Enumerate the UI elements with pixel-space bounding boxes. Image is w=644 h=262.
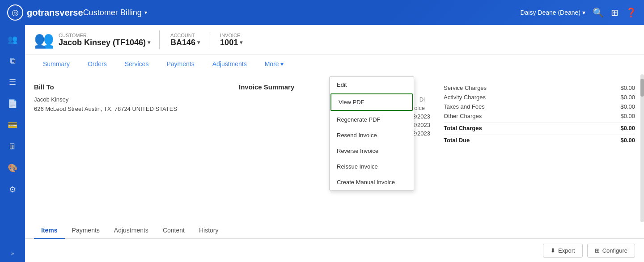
taxes-fees-value: $0.00 [620,103,635,110]
export-label: Export [558,247,575,254]
invoice-breadcrumb: INVOICE 1001 ▾ [209,33,251,47]
activity-charges-label: Activity Charges [444,94,486,101]
bill-to-heading: Bill To [34,83,225,91]
main-content: 👥 CUSTOMER Jacob Kinsey (TF1046) ▾ ACCOU… [25,25,644,262]
charges-section: Service Charges $0.00 Activity Charges $… [444,83,635,213]
total-due-value: $0.00 [620,137,635,144]
account-label: ACCOUNT [170,33,200,38]
export-button[interactable]: ⬇ Export [543,244,583,258]
top-navigation: ◎ gotransverse Customer Billing ▾ Daisy … [0,0,644,25]
sidebar-item-customers[interactable]: 👥 [4,30,21,48]
user-dropdown-arrow: ▾ [582,9,585,16]
sidebar-item-calculator[interactable]: 🖩 [4,138,21,156]
sidebar: 👥 ⧉ ☰ 📄 💳 🖩 🎨 ⚙ » [0,25,25,262]
customer-value[interactable]: Jacob Kinsey (TF1046) ▾ [59,38,150,47]
dropdown-item-regenerate-pdf[interactable]: Regenerate PDF [330,112,414,127]
sidebar-item-billing[interactable]: ☰ [4,73,21,91]
tab-summary[interactable]: Summary [34,55,79,74]
export-icon: ⬇ [551,247,555,254]
tab-adjustments[interactable]: Adjustments [203,55,256,74]
other-charges-label: Other Charges [444,113,482,119]
bill-to-section: Bill To Jacob Kinsey 626 McLeod Street A… [34,83,225,213]
inner-tab-content[interactable]: Content [156,222,192,239]
customer-label: CUSTOMER [59,33,150,38]
account-breadcrumb: ACCOUNT BA146 ▾ [160,33,209,47]
inner-tab-history[interactable]: History [192,222,226,239]
tab-services[interactable]: Services [116,55,158,74]
sidebar-item-documents[interactable]: 📄 [4,95,21,113]
sidebar-item-analytics[interactable]: 🎨 [4,159,21,177]
service-charges-label: Service Charges [444,85,487,91]
service-charges-value: $0.00 [620,85,635,91]
tab-payments[interactable]: Payments [157,55,203,74]
nav-title[interactable]: Customer Billing ▾ [83,8,147,17]
bill-to-address: 626 McLeod Street Austin, TX, 78724 UNIT… [34,105,225,114]
sidebar-item-orders[interactable]: ⧉ [4,52,21,70]
logo-area: ◎ gotransverse [7,4,83,21]
service-charges-row: Service Charges $0.00 [444,83,635,93]
activity-charges-row: Activity Charges $0.00 [444,93,635,102]
total-charges-value: $0.00 [620,125,635,131]
account-value[interactable]: BA146 ▾ [170,38,200,47]
user-label-text: Daisy Deane (Deane) [520,9,580,16]
inner-tab-payments[interactable]: Payments [65,222,107,239]
dropdown-item-view-pdf[interactable]: View PDF [330,93,413,111]
user-menu[interactable]: Daisy Deane (Deane) ▾ [520,9,585,16]
account-dropdown-arrow: ▾ [197,39,200,46]
inner-tab-navigation: Items Payments Adjustments Content Histo… [25,222,644,239]
invoice-value[interactable]: 1001 ▾ [220,38,242,47]
taxes-fees-row: Taxes and Fees $0.00 [444,102,635,111]
dropdown-item-edit[interactable]: Edit [330,77,414,93]
customer-name: Jacob Kinsey (TF1046) [59,38,146,47]
sidebar-expand-button[interactable]: » [11,250,14,257]
account-number: BA146 [170,38,195,47]
customer-icon: 👥 [34,30,54,49]
search-icon[interactable]: 🔍 [593,7,604,18]
sidebar-item-payments[interactable]: 💳 [4,116,21,134]
total-due-label: Total Due [444,137,470,144]
help-icon[interactable]: ❓ [626,7,637,18]
scroll-thumb[interactable] [640,79,644,97]
nav-title-text: Customer Billing [83,8,142,17]
invoice-number: 1001 [220,38,238,47]
dropdown-item-resend-invoice[interactable]: Resend Invoice [330,127,414,143]
customer-dropdown-arrow: ▾ [148,39,150,46]
dropdown-item-create-manual-invoice[interactable]: Create Manual Invoice [330,174,414,190]
total-charges-label: Total Charges [444,125,482,131]
taxes-fees-label: Taxes and Fees [444,103,485,110]
customer-breadcrumb: 👥 CUSTOMER Jacob Kinsey (TF1046) ▾ [34,30,160,49]
more-dropdown-menu: Edit View PDF Regenerate PDF Resend Invo… [329,76,414,190]
nav-title-dropdown-arrow: ▾ [144,9,147,16]
grid-icon[interactable]: ⊞ [611,7,619,18]
bottom-toolbar: ⬇ Export ⊞ Configure [25,239,644,262]
configure-icon: ⊞ [595,247,600,254]
bill-to-name: Jacob Kinsey [34,95,225,105]
tab-orders[interactable]: Orders [79,55,116,74]
total-due-row: Total Due $0.00 [444,135,635,145]
invoice-dropdown-arrow: ▾ [240,39,242,46]
sidebar-item-settings[interactable]: ⚙ [4,181,21,199]
logo-text: gotransverse [27,8,83,18]
tab-navigation: Summary Orders Services Payments Adjustm… [25,55,644,74]
breadcrumb-bar: 👥 CUSTOMER Jacob Kinsey (TF1046) ▾ ACCOU… [25,25,644,55]
di-label: Di [419,96,425,103]
total-charges-row: Total Charges $0.00 [444,123,635,133]
dropdown-item-reissue-invoice[interactable]: Reissue Invoice [330,159,414,174]
activity-charges-value: $0.00 [620,94,635,101]
other-charges-row: Other Charges $0.00 [444,111,635,121]
tab-nav-wrapper: Summary Orders Services Payments Adjustm… [25,55,644,74]
inner-tab-adjustments[interactable]: Adjustments [107,222,156,239]
other-charges-value: $0.00 [620,113,635,119]
configure-button[interactable]: ⊞ Configure [587,244,635,258]
logo-icon: ◎ [7,4,23,21]
nav-right-area: Daisy Deane (Deane) ▾ 🔍 ⊞ ❓ [520,7,637,18]
inner-tab-items[interactable]: Items [34,222,65,239]
tab-more[interactable]: More ▾ [256,55,293,74]
main-layout: 👥 ⧉ ☰ 📄 💳 🖩 🎨 ⚙ » 👥 CUSTOMER Jacob Kinse… [0,25,644,262]
configure-label: Configure [602,247,627,254]
dropdown-item-reverse-invoice[interactable]: Reverse Invoice [330,143,414,159]
scrollbar[interactable] [640,74,644,222]
invoice-label: INVOICE [220,33,242,38]
